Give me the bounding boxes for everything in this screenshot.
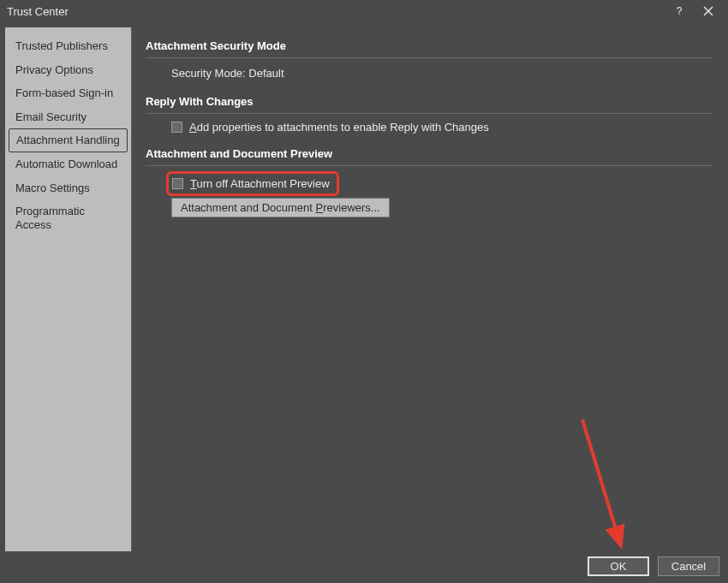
sidebar-item-automatic-download[interactable]: Automatic Download [5,152,131,176]
sidebar-item-attachment-handling[interactable]: Attachment Handling [9,128,128,152]
add-properties-checkbox-row[interactable]: Add properties to attachments to enable … [146,114,713,140]
previewers-button[interactable]: Attachment and Document Previewers... [171,198,390,217]
ok-button[interactable]: OK [588,556,649,576]
settings-panel: Attachment Security Mode Security Mode: … [132,27,723,551]
cancel-button[interactable]: Cancel [658,556,719,576]
section-title-reply-with-changes: Reply With Changes [146,95,713,114]
sidebar-item-privacy-options[interactable]: Privacy Options [5,58,131,82]
sidebar-item-macro-settings[interactable]: Macro Settings [5,176,131,200]
category-sidebar: Trusted Publishers Privacy Options Form-… [5,27,132,551]
dialog-footer: OK Cancel [588,556,719,576]
security-mode-value: Security Mode: Default [146,58,713,88]
section-title-attachment-preview: Attachment and Document Preview [146,147,713,166]
section-title-attachment-security: Attachment Security Mode [146,39,713,58]
turn-off-preview-label[interactable]: Turn off Attachment Preview [190,177,330,190]
checkbox-icon[interactable] [172,178,183,189]
sidebar-item-email-security[interactable]: Email Security [5,105,131,129]
close-button[interactable] [695,0,721,22]
close-icon [703,6,713,16]
help-button[interactable]: ? [666,0,692,22]
sidebar-item-trusted-publishers[interactable]: Trusted Publishers [5,34,131,58]
sidebar-item-programmatic-access[interactable]: Programmatic Access [5,199,131,236]
checkbox-icon[interactable] [171,122,182,133]
window-title: Trust Center [7,5,666,18]
sidebar-item-form-based-sign-in[interactable]: Form-based Sign-in [5,81,131,105]
turn-off-preview-highlight: Turn off Attachment Preview [166,171,339,196]
add-properties-label: Add properties to attachments to enable … [189,121,489,134]
